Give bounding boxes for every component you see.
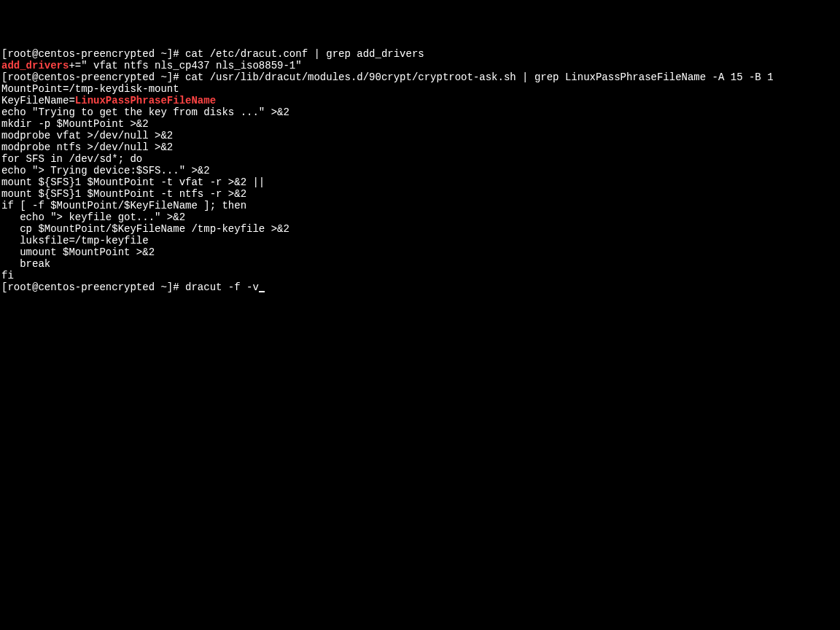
terminal-text: +=" vfat ntfs nls_cp437 nls_iso8859-1" [69,60,301,71]
terminal-line: echo "> Trying device:$SFS..." >&2 [1,165,839,176]
grep-match: LinuxPassPhraseFileName [75,95,216,106]
terminal-text: MountPoint=/tmp-keydisk-mount [1,83,179,95]
terminal-line: cp $MountPoint/$KeyFileName /tmp-keyfile… [1,223,839,235]
terminal-text: luksfile=/tmp-keyfile [1,235,149,246]
terminal-text: echo "> keyfile got..." >&2 [1,211,185,223]
terminal-line: break [1,258,839,270]
terminal-line: mount ${SFS}1 $MountPoint -t ntfs -r >&2 [1,188,839,200]
terminal-line: for SFS in /dev/sd*; do [1,153,839,165]
grep-match: add_drivers [1,60,69,71]
terminal-line: mount ${SFS}1 $MountPoint -t vfat -r >&2… [1,176,839,188]
terminal-line: [root@centos-preencrypted ~]# dracut -f … [1,281,839,293]
terminal-line: if [ -f $MountPoint/$KeyFileName ]; then [1,200,839,211]
terminal-line: umount $MountPoint >&2 [1,246,839,258]
terminal-line: MountPoint=/tmp-keydisk-mount [1,83,839,95]
terminal-text: fi [1,270,14,281]
terminal-line: [root@centos-preencrypted ~]# cat /usr/l… [1,71,839,83]
terminal-text: if [ -f $MountPoint/$KeyFileName ]; then [1,200,246,211]
terminal-text: mkdir -p $MountPoint >&2 [1,118,149,130]
terminal-line: KeyFileName=LinuxPassPhraseFileName [1,95,839,106]
terminal-text: [root@centos-preencrypted ~]# cat /etc/d… [1,48,424,60]
terminal-text: modprobe ntfs >/dev/null >&2 [1,141,173,153]
terminal-text: KeyFileName= [1,95,75,106]
terminal-line: add_drivers+=" vfat ntfs nls_cp437 nls_i… [1,60,839,71]
cursor [259,291,265,292]
terminal-text: for SFS in /dev/sd*; do [1,153,142,165]
terminal-line: mkdir -p $MountPoint >&2 [1,118,839,130]
terminal-text: [root@centos-preencrypted ~]# dracut -f … [1,281,259,293]
terminal-text: echo "> Trying device:$SFS..." >&2 [1,165,210,176]
terminal-text: mount ${SFS}1 $MountPoint -t ntfs -r >&2 [1,188,246,200]
terminal-line: modprobe vfat >/dev/null >&2 [1,130,839,141]
terminal-line: echo "Trying to get the key from disks .… [1,106,839,118]
terminal-line: [root@centos-preencrypted ~]# cat /etc/d… [1,48,839,60]
terminal-line: echo "> keyfile got..." >&2 [1,211,839,223]
terminal-text: umount $MountPoint >&2 [1,246,155,258]
terminal-output[interactable]: [root@centos-preencrypted ~]# cat /etc/d… [1,48,839,293]
terminal-text: modprobe vfat >/dev/null >&2 [1,130,173,141]
terminal-line: luksfile=/tmp-keyfile [1,235,839,246]
terminal-text: mount ${SFS}1 $MountPoint -t vfat -r >&2… [1,176,265,188]
terminal-text: [root@centos-preencrypted ~]# cat /usr/l… [1,71,774,83]
terminal-text: break [1,258,50,270]
terminal-text: cp $MountPoint/$KeyFileName /tmp-keyfile… [1,223,289,235]
terminal-line: fi [1,270,839,281]
terminal-text: echo "Trying to get the key from disks .… [1,106,289,118]
terminal-line: modprobe ntfs >/dev/null >&2 [1,141,839,153]
